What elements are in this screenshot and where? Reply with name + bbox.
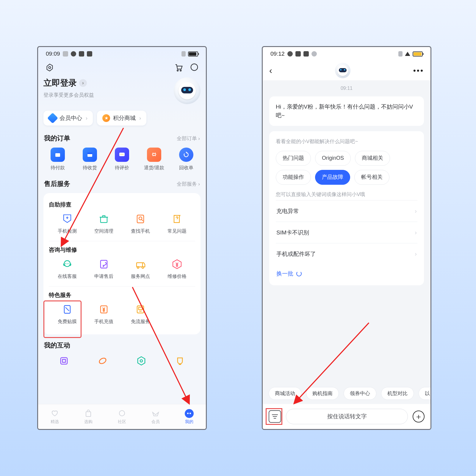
- svg-point-13: [64, 261, 70, 267]
- tab-mine[interactable]: 我的: [172, 404, 206, 429]
- settings-hex-icon[interactable]: [45, 63, 54, 72]
- bot-avatar[interactable]: [335, 63, 350, 78]
- svg-rect-6: [87, 153, 92, 154]
- chat-timestamp: 09:11: [263, 86, 430, 91]
- find-phone[interactable]: 查找手机: [122, 213, 159, 234]
- faq[interactable]: 常见问题: [159, 213, 195, 234]
- phone-chat: 09:12 ‹ ••• 09:11 Hi，亲爱的V粉，新年快乐！有什么问题，: [262, 46, 431, 430]
- chip-account[interactable]: 帐号相关: [354, 170, 389, 185]
- status-icon: [79, 51, 84, 57]
- status-time: 09:12: [270, 51, 285, 57]
- status-icon: [287, 51, 293, 57]
- svg-point-8: [121, 154, 122, 155]
- status-icon: [311, 51, 317, 57]
- phone-profile: 09:09: [37, 46, 207, 430]
- suggestion-chip[interactable]: 商城活动: [269, 387, 301, 400]
- interaction-item[interactable]: [83, 355, 122, 367]
- keyboard-toggle-button[interactable]: [269, 410, 281, 423]
- tab-shop[interactable]: 选购: [72, 404, 105, 429]
- repair-price[interactable]: 维修价格: [159, 258, 195, 280]
- login-button[interactable]: 立即登录 ›: [43, 77, 94, 89]
- svg-rect-4: [55, 153, 60, 157]
- chip-product-fault[interactable]: 产品故障: [315, 170, 350, 185]
- self-check-title: 自助排查: [49, 201, 195, 209]
- status-icon: [303, 51, 309, 57]
- suggestion-chip[interactable]: 领券中心: [344, 387, 376, 400]
- faq-sim[interactable]: SIM卡不识别›: [276, 222, 417, 243]
- faq-charging[interactable]: 充电异常›: [276, 200, 417, 222]
- interaction-item[interactable]: [161, 355, 199, 367]
- voice-input[interactable]: 按住说话转文字: [286, 409, 408, 424]
- member-center-button[interactable]: 会员中心 ›: [43, 111, 93, 126]
- orders-all-link[interactable]: 全部订单 ›: [177, 135, 200, 142]
- svg-point-0: [49, 67, 51, 69]
- sim-icon: [181, 51, 186, 57]
- phone-check[interactable]: 手机检测: [49, 213, 85, 234]
- order-recycle[interactable]: 回收单: [173, 148, 200, 171]
- wifi-icon: [405, 52, 410, 56]
- special-service-title: 特色服务: [49, 291, 195, 299]
- star-icon: [102, 114, 110, 122]
- chip-mall[interactable]: 商城相关: [355, 151, 390, 166]
- service-all-link[interactable]: 全部服务 ›: [177, 181, 200, 187]
- status-icon: [87, 51, 92, 57]
- order-return[interactable]: 退货/退款: [140, 148, 168, 171]
- interaction-item[interactable]: [122, 355, 161, 367]
- more-button[interactable]: •••: [413, 66, 424, 75]
- sim-icon: [398, 51, 403, 57]
- suggestion-row: 商城活动 购机指南 领券中心 机型对比 以: [263, 387, 430, 404]
- bot-avatar[interactable]: [174, 77, 201, 104]
- refresh-button[interactable]: 换一批: [276, 264, 417, 280]
- status-icon: [71, 51, 76, 57]
- phone-recharge[interactable]: 手机充值: [85, 303, 122, 325]
- svg-point-24: [98, 357, 107, 365]
- interaction-item[interactable]: [45, 355, 83, 367]
- free-screen-film[interactable]: 免费贴膜: [49, 303, 85, 325]
- suggestion-chip[interactable]: 购机指南: [306, 387, 339, 400]
- consult-repair-title: 咨询与维修: [49, 246, 195, 254]
- suggestion-chip[interactable]: 机型对比: [381, 387, 414, 400]
- tab-community[interactable]: 社区: [105, 404, 139, 429]
- svg-point-1: [177, 70, 178, 71]
- service-card: 自助排查 手机检测 空间清理 查找手机 常见问题 咨询与维修 在线客服 申请售后…: [43, 193, 201, 334]
- chevron-right-icon: ›: [79, 79, 87, 87]
- points-label: 积分商城: [113, 114, 136, 122]
- cart-icon[interactable]: [174, 63, 183, 72]
- chat-input-bar: 按住说话转文字 ＋: [263, 404, 430, 429]
- battery-icon: [188, 51, 198, 57]
- back-button[interactable]: ‹: [269, 65, 272, 76]
- status-bar: 09:09: [38, 47, 206, 61]
- chevron-right-icon: ›: [86, 115, 87, 121]
- svg-rect-11: [137, 215, 144, 223]
- chevron-right-icon: ›: [139, 115, 141, 121]
- suggestion-chip[interactable]: 以: [419, 387, 430, 400]
- plus-button[interactable]: ＋: [413, 411, 425, 422]
- order-pending-pay[interactable]: 待付款: [44, 148, 71, 171]
- status-time: 09:09: [46, 51, 60, 57]
- card-sub-hint: 您可以直接输入关键词或像这样问小V哦: [276, 191, 417, 198]
- storage-clean[interactable]: 空间清理: [85, 213, 122, 234]
- order-pending-review[interactable]: 待评价: [108, 148, 136, 171]
- tab-featured[interactable]: 精选: [38, 404, 72, 429]
- chip-function[interactable]: 功能操作: [276, 170, 311, 185]
- order-pending-receive[interactable]: 待收货: [76, 148, 104, 171]
- message-icon[interactable]: [190, 63, 199, 72]
- apply-aftersale[interactable]: 申请售后: [85, 258, 122, 280]
- chip-originos[interactable]: OriginOS: [315, 151, 351, 166]
- service-location[interactable]: 服务网点: [122, 258, 159, 280]
- member-label: 会员中心: [60, 114, 82, 122]
- svg-rect-15: [137, 263, 143, 267]
- status-icon: [295, 51, 301, 57]
- tab-member[interactable]: 会员: [139, 404, 172, 429]
- bottom-tab-bar: 精选 选购 社区 会员 我的: [38, 404, 206, 429]
- faq-broken[interactable]: 手机或配件坏了›: [276, 243, 417, 264]
- points-mall-button[interactable]: 积分商城 ›: [97, 111, 146, 126]
- interaction-title: 我的互动: [44, 341, 70, 350]
- online-service[interactable]: 在线客服: [49, 258, 85, 280]
- svg-rect-10: [101, 217, 107, 223]
- chip-hot[interactable]: 热门问题: [276, 151, 311, 166]
- free-data[interactable]: 免流服务: [122, 303, 159, 325]
- svg-point-17: [142, 267, 144, 268]
- orders-row: 待付款 待收货 待评价 退货/退款 回收单: [43, 148, 201, 171]
- svg-point-2: [180, 70, 181, 71]
